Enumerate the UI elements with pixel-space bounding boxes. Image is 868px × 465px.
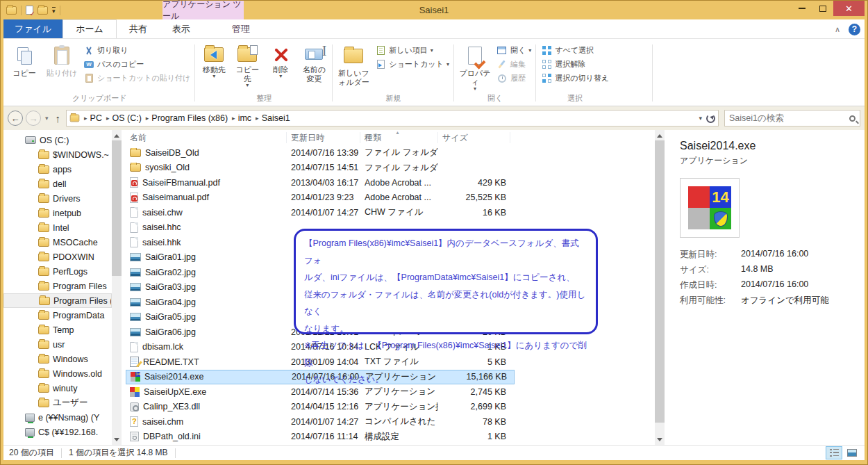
sidebar-item[interactable]: PerfLogs bbox=[3, 264, 112, 279]
scrollbar-thumb[interactable] bbox=[655, 140, 665, 423]
open-icon bbox=[497, 47, 506, 54]
up-button[interactable]: ↑ bbox=[53, 113, 64, 124]
file-name: SaiGra06.jpg bbox=[145, 327, 196, 337]
sidebar-item[interactable]: ProgramData bbox=[3, 308, 112, 323]
sidebar-item[interactable]: dell bbox=[3, 177, 112, 191]
minimize-button[interactable] bbox=[792, 1, 812, 16]
back-button[interactable]: ← bbox=[8, 111, 23, 126]
tab-manage[interactable]: 管理 bbox=[219, 19, 262, 38]
maximize-button[interactable] bbox=[812, 1, 833, 16]
breadcrumb-segment[interactable]: PC bbox=[90, 113, 102, 123]
refresh-icon[interactable] bbox=[706, 114, 715, 123]
sidebar-item[interactable]: MSOCache bbox=[3, 235, 112, 250]
search-box[interactable] bbox=[724, 110, 860, 127]
table-row[interactable]: Calinp_XE3.dll 2014/04/15 12:16 アプリケーション… bbox=[126, 400, 515, 415]
sidebar-item[interactable]: apps bbox=[3, 162, 112, 177]
sidebar-scrollbar[interactable] bbox=[112, 130, 122, 445]
sidebar-item[interactable]: Temp bbox=[3, 323, 112, 337]
divider bbox=[21, 6, 22, 15]
tab-home[interactable]: ホーム bbox=[62, 19, 117, 38]
open-button[interactable]: 開く▾ bbox=[494, 44, 533, 56]
copy-path-button[interactable]: W パスのコピー bbox=[81, 58, 192, 70]
table-row[interactable]: SaiseiDB_Old 2014/07/16 13:39 ファイル フォルダー bbox=[126, 145, 515, 161]
details-view-button[interactable] bbox=[826, 446, 842, 459]
sidebar-item[interactable]: Drivers bbox=[3, 191, 112, 206]
address-bar[interactable]: ▸ PC ▸ OS (C:) ▸ Program Files (x86) ▸ i… bbox=[66, 110, 719, 127]
select-none-button[interactable]: 選択解除 bbox=[539, 58, 611, 70]
column-header-name[interactable]: 名前 bbox=[126, 132, 287, 143]
new-folder-icon[interactable] bbox=[37, 6, 48, 15]
sidebar-item[interactable]: OS (C:) bbox=[3, 133, 112, 147]
properties-button[interactable]: プロパティ▾ bbox=[457, 42, 493, 93]
table-row[interactable]: saisei.chm 2014/01/07 14:27 コンパイルされた H..… bbox=[126, 414, 515, 430]
sidebar-item[interactable]: e (¥¥Nsmag) (Y bbox=[3, 410, 112, 425]
address-dropdown-icon[interactable]: ▾ bbox=[699, 115, 702, 122]
file-name: saisei.hhc bbox=[142, 222, 181, 232]
scrollbar-thumb[interactable] bbox=[112, 140, 122, 276]
sidebar-item[interactable]: Windows.old bbox=[3, 366, 112, 381]
group-label: 開く bbox=[457, 93, 533, 106]
paste-button[interactable]: 貼り付け bbox=[44, 42, 80, 80]
quick-access-toolbar: ▾ bbox=[3, 6, 60, 15]
tab-file[interactable]: ファイル bbox=[3, 19, 62, 38]
sidebar-item[interactable]: winuty bbox=[3, 381, 112, 395]
breadcrumb-segment[interactable]: imc bbox=[238, 113, 251, 123]
sidebar-item[interactable]: PDOXWIN bbox=[3, 250, 112, 264]
file-list-scrollbar[interactable] bbox=[655, 130, 665, 445]
invert-selection-button[interactable]: 選択の切り替え bbox=[539, 72, 611, 84]
table-row[interactable]: saisei.chw 2014/01/07 14:27 CHW ファイル 16 … bbox=[126, 205, 515, 220]
scroll-down-icon[interactable] bbox=[112, 434, 122, 445]
breadcrumb-segment[interactable]: OS (C:) bbox=[112, 113, 141, 123]
column-header-type[interactable]: ▲種類 bbox=[360, 132, 438, 143]
new-folder-button[interactable]: 新しいフォルダー bbox=[335, 42, 372, 89]
forward-button[interactable]: → bbox=[26, 111, 41, 126]
delete-button[interactable]: 削除▾ bbox=[265, 42, 297, 81]
image-icon bbox=[130, 268, 141, 277]
contextual-tab-label[interactable]: アプリケーション ツール bbox=[162, 1, 244, 19]
column-header-size[interactable]: サイズ bbox=[438, 132, 510, 143]
copy-button[interactable]: コピー bbox=[6, 42, 42, 80]
cut-button[interactable]: 切り取り bbox=[81, 44, 192, 56]
scroll-up-icon[interactable] bbox=[112, 130, 122, 140]
table-row[interactable]: SaiseiFBmanual.pdf 2013/04/03 16:17 Adob… bbox=[126, 175, 515, 190]
table-row[interactable]: DBPath_old.ini 2014/07/16 11:14 構成設定 1 K… bbox=[126, 430, 515, 445]
close-button[interactable]: ✕ bbox=[833, 1, 865, 16]
sidebar-item[interactable]: Windows bbox=[3, 352, 112, 366]
table-row[interactable]: syosiki_Old 2014/07/15 14:51 ファイル フォルダー bbox=[126, 161, 515, 176]
breadcrumb-segment[interactable]: Program Files (x86) bbox=[151, 113, 228, 123]
status-bar: 20 個の項目 1 個の項目を選択 14.8 MB bbox=[3, 445, 865, 460]
paste-shortcut-button[interactable]: ショートカットの貼り付け bbox=[81, 72, 192, 84]
sidebar-item[interactable]: C$ (¥¥192.168. bbox=[3, 425, 112, 439]
select-all-button[interactable]: すべて選択 bbox=[539, 44, 611, 56]
customize-qat-icon[interactable]: ▾ bbox=[52, 7, 56, 14]
edit-button[interactable]: 編集 bbox=[494, 58, 533, 70]
history-button[interactable]: 履歴 bbox=[494, 72, 533, 84]
sidebar-item[interactable]: inetpub bbox=[3, 206, 112, 220]
recent-locations-icon[interactable]: ▾ bbox=[44, 115, 50, 122]
minimize-ribbon-icon[interactable]: ∧ bbox=[835, 25, 840, 34]
new-shortcut-button[interactable]: ショートカット▾ bbox=[373, 58, 451, 70]
copy-to-button[interactable]: コピー先▾ bbox=[231, 42, 263, 90]
tab-view[interactable]: 表示 bbox=[160, 19, 203, 38]
thumbnail-view-button[interactable] bbox=[844, 446, 860, 459]
column-header-date[interactable]: 更新日時 bbox=[287, 132, 360, 143]
properties-icon[interactable] bbox=[26, 6, 33, 15]
sidebar-item[interactable]: Program Files bbox=[3, 279, 112, 293]
tab-share[interactable]: 共有 bbox=[117, 19, 160, 38]
rename-button[interactable]: 名前の変更 bbox=[298, 42, 330, 85]
table-row[interactable]: Saiseimanual.pdf 2014/01/23 9:23 Adobe A… bbox=[126, 190, 515, 206]
sidebar-item-label: Temp bbox=[53, 325, 74, 335]
help-icon[interactable]: ? bbox=[849, 24, 860, 35]
scroll-down-icon[interactable] bbox=[655, 434, 665, 445]
sidebar-item[interactable]: Intel bbox=[3, 220, 112, 235]
sidebar-item[interactable]: ユーザー bbox=[3, 395, 112, 410]
scroll-up-icon[interactable] bbox=[655, 130, 665, 140]
sidebar-item[interactable]: $WINDOWS.~ bbox=[3, 147, 112, 162]
search-input[interactable] bbox=[729, 113, 849, 123]
sidebar-item[interactable]: usr bbox=[3, 337, 112, 352]
sidebar-item[interactable]: Program Files (x86) bbox=[3, 293, 112, 308]
breadcrumb-segment[interactable]: Saisei1 bbox=[262, 113, 290, 123]
new-item-button[interactable]: 新しい項目▾ bbox=[373, 44, 451, 56]
breadcrumb-separator-icon: ▸ bbox=[103, 115, 112, 122]
move-to-button[interactable]: 移動先▾ bbox=[198, 42, 230, 81]
